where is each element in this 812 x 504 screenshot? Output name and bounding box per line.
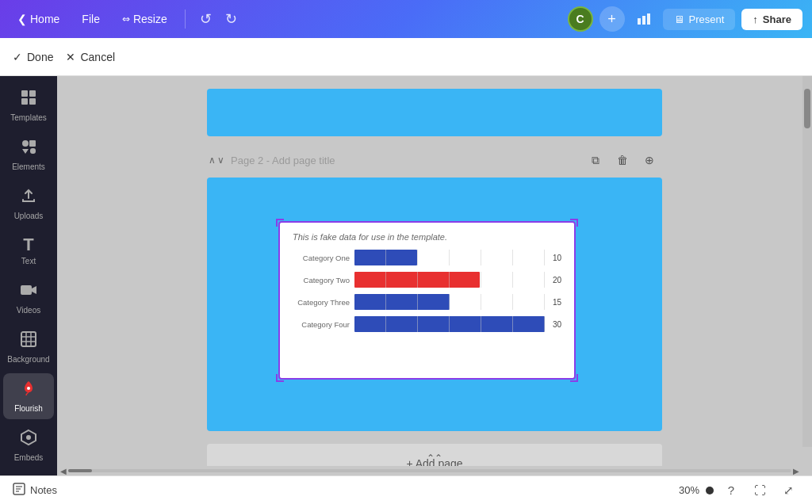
left-sidebar: Templates Elements Uploads — [0, 76, 57, 475]
horizontal-scrollbar[interactable]: ◀ ▶ — [57, 466, 802, 475]
sidebar-item-templates[interactable]: Templates — [3, 82, 54, 128]
present-label: Present — [689, 13, 725, 25]
question-icon: ? — [728, 483, 734, 497]
notes-button[interactable]: Notes — [13, 483, 57, 498]
svg-rect-5 — [21, 98, 28, 105]
svg-rect-10 — [21, 285, 32, 295]
fullscreen-icon: ⤢ — [783, 483, 794, 498]
user-avatar[interactable]: C — [568, 6, 593, 32]
resize-handle-tl[interactable] — [276, 219, 284, 227]
svg-rect-3 — [21, 90, 28, 97]
cancel-label: Cancel — [80, 51, 115, 63]
flourish-chart-widget[interactable]: This is fake data for use in the templat… — [278, 221, 576, 380]
scroll-thumb[interactable] — [804, 89, 810, 128]
redo-button[interactable]: ↻ — [220, 8, 243, 30]
flourish-icon — [20, 380, 37, 401]
chevron-up-icon[interactable]: ∧ — [209, 155, 216, 166]
resize-handle-bl[interactable] — [276, 374, 284, 382]
undo-redo-group: ↺ ↻ — [195, 8, 243, 30]
sidebar-item-embeds[interactable]: Embeds — [3, 422, 54, 468]
bar-chart: Category One — [293, 250, 561, 332]
svg-rect-0 — [638, 18, 641, 25]
page2-title: Page 2 - Add page title — [231, 155, 335, 166]
expand-icon: ⛶ — [754, 483, 766, 497]
background-label: Background — [7, 355, 49, 364]
duplicate-page-button[interactable]: ⧉ — [584, 149, 607, 171]
add-page-after-button[interactable]: ⊕ — [638, 149, 661, 171]
elements-label: Elements — [12, 162, 45, 171]
done-label: Done — [27, 51, 53, 63]
elements-icon — [20, 138, 37, 159]
resize-handle-br[interactable] — [570, 374, 578, 382]
home-nav-item[interactable]: ❮ Home — [10, 10, 67, 29]
svg-rect-1 — [642, 16, 645, 25]
vertical-scrollbar[interactable] — [802, 76, 812, 447]
scroll-right-button[interactable]: ▶ — [793, 467, 799, 475]
page2-section: ∧ ∨ Page 2 - Add page title ⧉ 🗑 ⊕ — [207, 149, 662, 431]
page-nav-bottom: ⌃⌃ — [427, 450, 442, 464]
done-button[interactable]: ✓ Done — [13, 51, 53, 63]
sidebar-item-text[interactable]: T Text — [3, 230, 54, 272]
fullscreen-button[interactable]: ⤢ — [777, 479, 799, 502]
home-label: Home — [30, 13, 59, 25]
sidebar-item-uploads[interactable]: Uploads — [3, 181, 54, 227]
sidebar-item-videos[interactable]: Videos — [3, 275, 54, 321]
chevron-left-icon: ❮ — [17, 13, 27, 25]
add-collaborator-button[interactable]: + — [599, 6, 625, 32]
text-icon: T — [23, 236, 33, 254]
resize-nav-item[interactable]: ⇔ Resize — [114, 10, 175, 29]
present-button[interactable]: 🖥 Present — [663, 9, 736, 30]
svg-rect-4 — [29, 90, 36, 97]
share-button[interactable]: ↑ Share — [741, 9, 802, 30]
delete-page-button[interactable]: 🗑 — [611, 149, 634, 171]
help-button[interactable]: ? — [720, 479, 742, 502]
grid-line — [418, 250, 450, 265]
sidebar-item-elements[interactable]: Elements — [3, 132, 54, 178]
resize-icon: ⇔ — [122, 13, 130, 25]
videos-label: Videos — [17, 306, 40, 315]
canvas-area: ∧ ∨ Page 2 - Add page title ⧉ 🗑 ⊕ — [57, 76, 812, 475]
scroll-left-button[interactable]: ◀ — [60, 467, 67, 475]
status-dot — [706, 487, 714, 494]
videos-icon — [20, 281, 37, 303]
fake-data-label: This is fake data for use in the templat… — [293, 232, 561, 242]
grid-line — [481, 250, 513, 265]
embeds-label: Embeds — [14, 453, 44, 462]
top-navbar: ❮ Home File ⇔ Resize ↺ ↻ C + 🖥 Present ↑… — [0, 0, 812, 38]
svg-point-16 — [27, 387, 30, 390]
bar-track-3 — [354, 294, 545, 310]
horizontal-scroll-thumb[interactable] — [68, 469, 92, 472]
svg-rect-9 — [30, 148, 36, 154]
expand-button[interactable]: ⛶ — [749, 479, 771, 502]
bar-fill-3 — [354, 294, 450, 310]
checkmark-icon: ✓ — [13, 51, 22, 63]
zoom-level: 30% — [679, 484, 699, 496]
resize-label: Resize — [133, 13, 167, 25]
undo-button[interactable]: ↺ — [195, 8, 217, 30]
bar-value-3: 15 — [553, 298, 561, 307]
page-nav-arrows: ∧ ∨ — [209, 155, 224, 166]
background-icon — [20, 330, 37, 352]
bar-track-4 — [354, 316, 545, 332]
uploads-label: Uploads — [14, 212, 44, 220]
resize-handle-tr[interactable] — [570, 219, 578, 227]
cancel-button[interactable]: ✕ Cancel — [66, 51, 115, 63]
file-nav-item[interactable]: File — [74, 10, 108, 29]
collapse-pages-icon[interactable]: ⌃⌃ — [427, 452, 442, 464]
nav-divider — [185, 10, 186, 29]
grid-line — [481, 294, 513, 310]
bar-label-4: Category Four — [293, 320, 350, 329]
chevron-down-icon[interactable]: ∨ — [217, 155, 224, 166]
analytics-icon[interactable] — [631, 6, 657, 32]
sidebar-item-background[interactable]: Background — [3, 324, 54, 370]
sidebar-item-flourish[interactable]: Flourish — [3, 373, 54, 419]
x-icon: ✕ — [66, 51, 75, 63]
monitor-icon: 🖥 — [674, 13, 684, 25]
grid-line — [450, 250, 481, 265]
page2-canvas[interactable]: This is fake data for use in the templat… — [207, 178, 662, 431]
grid-line — [513, 294, 545, 310]
bar-track-2 — [354, 272, 545, 288]
bar-label-3: Category Three — [293, 298, 350, 307]
uploads-icon — [20, 187, 37, 208]
bar-fill-2 — [354, 272, 480, 288]
